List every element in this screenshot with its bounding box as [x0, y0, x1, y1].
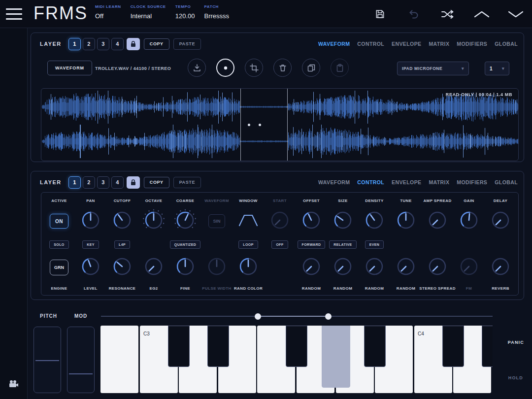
loop-marker-dot[interactable]: [259, 124, 261, 126]
level-knob[interactable]: [79, 255, 102, 280]
midi-learn-field[interactable]: MIDI LEARNOff: [95, 4, 121, 20]
eg2-knob[interactable]: [142, 255, 165, 280]
lock-button[interactable]: [127, 176, 140, 189]
tune-knob[interactable]: [395, 209, 417, 233]
menu-icon[interactable]: [6, 8, 22, 20]
tab-matrix[interactable]: MATRIX: [429, 179, 449, 185]
sin-button[interactable]: SIN: [208, 214, 225, 228]
layer-3-button[interactable]: 3: [97, 38, 109, 50]
grn-button[interactable]: GRN: [50, 260, 68, 275]
crop-icon[interactable]: [245, 59, 263, 77]
amp-spread-knob[interactable]: [426, 209, 449, 233]
quantized-button[interactable]: QUANTIZED: [170, 240, 200, 249]
piano-keyboard[interactable]: C3C4: [100, 326, 493, 393]
copy-button[interactable]: COPY: [144, 177, 169, 188]
stereo-spread-knob[interactable]: [426, 255, 449, 280]
tab-control[interactable]: CONTROL: [357, 179, 384, 185]
lock-button[interactable]: [127, 38, 140, 50]
tempo-value[interactable]: 120.00: [175, 12, 195, 20]
key-d-4[interactable]: [482, 326, 493, 367]
camera-icon[interactable]: [9, 380, 19, 390]
channel-select[interactable]: 1 ▾: [485, 62, 509, 75]
layer-2-button[interactable]: 2: [83, 176, 95, 189]
size-knob[interactable]: [332, 209, 354, 233]
tab-waveform[interactable]: WAVEFORM: [318, 179, 350, 185]
tab-modifiers[interactable]: MODIFIERS: [457, 179, 487, 185]
tab-control[interactable]: CONTROL: [357, 41, 384, 47]
random-knob[interactable]: [332, 255, 354, 280]
patch-value[interactable]: Brressss: [204, 12, 230, 20]
layer-1-button[interactable]: 1: [68, 176, 81, 189]
range-slider-handle-right[interactable]: [325, 313, 332, 320]
on-button[interactable]: ON: [50, 214, 68, 229]
key-f-3[interactable]: [286, 326, 307, 367]
solo-button[interactable]: SOLO: [49, 240, 68, 249]
tab-global[interactable]: GLOBAL: [495, 179, 518, 185]
input-source-select[interactable]: IPAD MICROFONE ▾: [397, 62, 469, 75]
hold-button[interactable]: HOLD: [508, 375, 523, 380]
layer-1-button[interactable]: 1: [68, 38, 81, 50]
octave-knob[interactable]: [142, 209, 165, 233]
record-icon[interactable]: [216, 59, 234, 77]
cutoff-knob[interactable]: [111, 209, 133, 233]
chevron-down-icon[interactable]: [506, 5, 525, 24]
paste-button[interactable]: PASTE: [173, 177, 201, 188]
mod-wheel[interactable]: [67, 327, 95, 393]
window-shape-icon[interactable]: [238, 213, 259, 230]
key-c-3[interactable]: [168, 326, 190, 367]
key-d-3[interactable]: [207, 326, 229, 367]
loop-marker-dot[interactable]: [248, 124, 250, 126]
delay-knob[interactable]: [489, 209, 512, 233]
tab-global[interactable]: GLOBAL: [495, 41, 518, 47]
layer-3-button[interactable]: 3: [97, 176, 109, 189]
randomize-icon[interactable]: [438, 5, 457, 24]
key-g-3-pressed[interactable]: [322, 326, 350, 388]
key-c-4[interactable]: [442, 326, 464, 367]
resonance-knob[interactable]: [111, 255, 133, 280]
trash-icon[interactable]: [273, 59, 292, 77]
pitch-wheel[interactable]: [33, 327, 61, 393]
copy-button[interactable]: COPY: [144, 38, 169, 50]
tab-envelope[interactable]: ENVELOPE: [392, 179, 421, 185]
forward-button[interactable]: FORWARD: [298, 240, 326, 249]
chevron-up-icon[interactable]: [472, 5, 491, 24]
key-button[interactable]: KEY: [82, 240, 99, 249]
random-knob[interactable]: [300, 255, 323, 280]
undo-icon[interactable]: [404, 5, 423, 24]
rand-color-knob[interactable]: [237, 255, 260, 280]
waveform-mode-button[interactable]: WAVEFORM: [47, 61, 92, 75]
range-slider-handle-left[interactable]: [255, 313, 261, 320]
tab-matrix[interactable]: MATRIX: [429, 41, 449, 47]
layer-2-button[interactable]: 2: [83, 38, 95, 50]
pan-knob[interactable]: [79, 209, 102, 233]
random-knob[interactable]: [363, 255, 386, 280]
patch-field[interactable]: PATCHBrressss: [204, 4, 230, 20]
key-a-3[interactable]: [364, 326, 386, 367]
loop-button[interactable]: LOOP: [238, 240, 258, 249]
off-button[interactable]: OFF: [271, 240, 288, 249]
offset-knob[interactable]: [300, 209, 323, 233]
tab-modifiers[interactable]: MODIFIERS: [457, 41, 487, 47]
coarse-knob[interactable]: [174, 209, 197, 233]
playhead-cursor[interactable]: [240, 89, 241, 161]
save-icon[interactable]: [370, 5, 389, 24]
clock-source-field[interactable]: CLOCK SOURCEInternal: [131, 4, 166, 20]
key-b2[interactable]: [100, 326, 138, 393]
keyboard-range-slider[interactable]: [101, 313, 493, 320]
waveform-display[interactable]: READ-ONLY | 00:04 | 1.4 MB: [41, 88, 519, 161]
paste-button[interactable]: PASTE: [173, 38, 201, 50]
gain-knob[interactable]: [458, 209, 480, 233]
relative-button[interactable]: RELATIVE: [329, 240, 356, 249]
reverb-knob[interactable]: [489, 255, 512, 280]
l4p-button[interactable]: L4P: [114, 240, 130, 249]
import-icon[interactable]: [188, 59, 206, 77]
copy-icon[interactable]: [302, 59, 320, 77]
random-knob[interactable]: [395, 255, 417, 280]
fine-knob[interactable]: [174, 255, 197, 280]
density-knob[interactable]: [363, 209, 386, 233]
even-button[interactable]: EVEN: [365, 240, 384, 249]
tab-envelope[interactable]: ENVELOPE: [392, 41, 421, 47]
tab-waveform[interactable]: WAVEFORM: [318, 41, 350, 47]
panic-button[interactable]: PANIC: [508, 340, 524, 345]
layer-4-button[interactable]: 4: [111, 176, 124, 189]
